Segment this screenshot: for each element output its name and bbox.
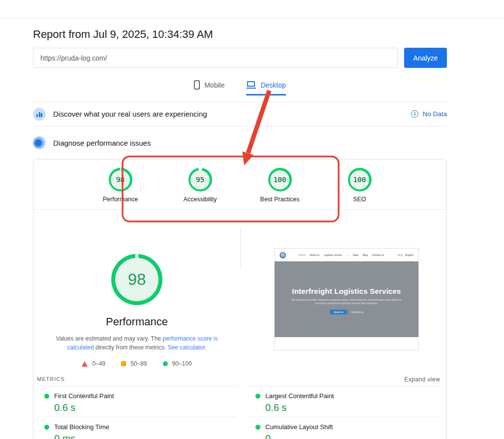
preview-langs: 中文 English [398, 253, 413, 256]
tab-desktop[interactable]: Desktop [246, 80, 285, 95]
metric-value: 0 [255, 433, 440, 439]
site-screenshot: Home About us Logistics service ⌄ Faqs B… [274, 248, 419, 350]
expand-view-button[interactable]: Expand view [405, 376, 440, 383]
score-legend: 0–49 50–89 90–100 [82, 360, 191, 367]
preview-cta: Email us Contact us [330, 310, 363, 314]
pass-dot-icon [44, 394, 49, 399]
metric-tbt: Total Blocking Time 0 ms [37, 417, 237, 439]
no-data-label: No Data [422, 110, 447, 118]
legend-pass: 90–100 [163, 360, 192, 367]
metrics-left-column: METRICS First Contentful Paint 0.6 s Tot… [33, 376, 240, 439]
pass-dot-icon [255, 394, 260, 399]
analyze-button[interactable]: Analyze [404, 48, 447, 68]
tab-mobile[interactable]: Mobile [194, 80, 224, 95]
accessibility-gauge: 95 [189, 168, 212, 191]
device-tabs: Mobile Desktop [33, 80, 447, 95]
preview-subtext: We actively and quickly respond to custo… [288, 298, 405, 305]
lab-data-section: Diagnose performance issues [33, 126, 447, 159]
preview-hero: Interfreight Logistics Services We activ… [275, 261, 418, 337]
page-title: Report from Jul 9, 2025, 10:34:39 AM [33, 28, 447, 41]
score-disclaimer: Values are estimated and may vary. The p… [47, 334, 226, 352]
real-users-icon [33, 108, 46, 121]
no-data-link[interactable]: i No Data [411, 110, 447, 118]
performance-summary: 98 Performance Values are estimated and … [33, 210, 240, 376]
mobile-phone-icon [194, 80, 200, 90]
lab-data-title: Diagnose performance issues [53, 139, 151, 147]
score-seo[interactable]: 100 SEO [334, 168, 385, 209]
performance-gauge: 98 [109, 168, 132, 191]
preview-heading: Interfreight Logistics Services [292, 287, 401, 295]
score-best-practices[interactable]: 100 Best Practices [254, 168, 306, 209]
column-divider [240, 228, 241, 270]
metric-value: 0.6 s [44, 402, 237, 413]
category-scores: 98 Performance 95 Accessibility 100 Best… [33, 159, 446, 210]
score-label: Accessibility [183, 196, 217, 203]
seo-gauge: 100 [348, 168, 372, 191]
see-calculator-link[interactable]: See calculator [168, 344, 205, 351]
legend-average: 50–89 [121, 360, 147, 367]
legend-fail: 0–49 [82, 360, 105, 367]
performance-heading: Performance [106, 315, 168, 328]
fail-triangle-icon [82, 361, 88, 367]
field-data-section: Discover what your real users are experi… [33, 101, 447, 126]
url-form: Analyze [33, 48, 447, 68]
field-data-title: Discover what your real users are experi… [53, 110, 207, 118]
metric-cls: Cumulative Layout Shift 0 [248, 417, 440, 439]
tab-mobile-label: Mobile [204, 81, 224, 89]
score-label: Best Practices [260, 196, 300, 203]
desktop-laptop-icon [246, 81, 256, 89]
pass-dot-icon [255, 425, 260, 430]
preview-primary-button: Email us [330, 310, 347, 314]
preview-header: Home About us Logistics service ⌄ Faqs B… [275, 249, 418, 261]
score-performance[interactable]: 98 Performance [94, 168, 146, 209]
report-card: 98 Performance 95 Accessibility 100 Best… [33, 159, 447, 439]
metrics-heading: METRICS [37, 376, 65, 382]
preview-secondary-link: Contact us [351, 311, 363, 314]
preview-nav: Home About us Logistics service ⌄ Faqs B… [299, 253, 384, 256]
pass-dot-icon [44, 425, 49, 430]
average-square-icon [121, 361, 126, 366]
metric-value: 0.6 s [255, 402, 440, 413]
url-input[interactable] [33, 48, 398, 68]
tab-desktop-label: Desktop [260, 81, 285, 89]
dropdown-caret-icon: ⌄ [346, 253, 348, 256]
top-app-bar [0, 0, 504, 19]
metric-value: 0 ms [44, 433, 237, 439]
performance-big-gauge: 98 [111, 254, 162, 305]
score-label: SEO [353, 196, 366, 203]
pass-circle-icon [163, 361, 168, 366]
metrics-right-column: Expand view Largest Contentful Paint 0.6… [240, 376, 446, 439]
info-icon: i [411, 110, 418, 118]
screenshot-panel: Home About us Logistics service ⌄ Faqs B… [240, 210, 446, 376]
metric-fcp: First Contentful Paint 0.6 s [37, 386, 237, 417]
score-accessibility[interactable]: 95 Accessibility [174, 168, 226, 209]
preview-logo [280, 252, 286, 258]
best-practices-gauge: 100 [268, 168, 292, 191]
metric-lcp: Largest Contentful Paint 0.6 s [248, 386, 440, 417]
score-label: Performance [103, 196, 138, 203]
metrics-section: METRICS First Contentful Paint 0.6 s Tot… [33, 376, 446, 439]
lighthouse-icon [33, 136, 46, 149]
